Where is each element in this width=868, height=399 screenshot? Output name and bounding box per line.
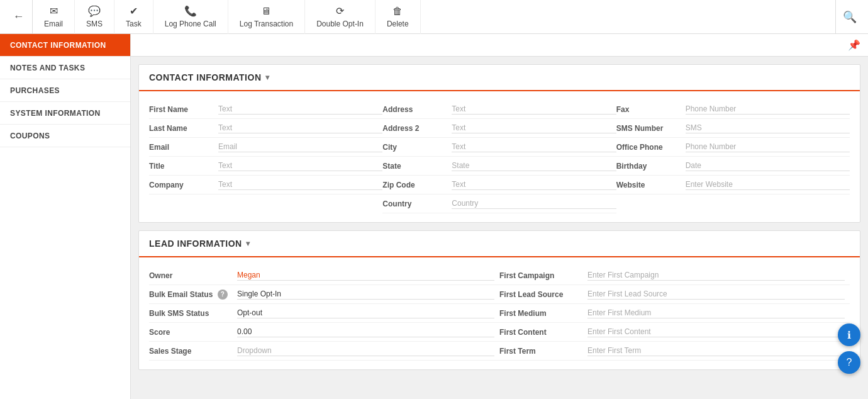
search-icon: 🔍 [843, 10, 857, 24]
field-last-name: Last Name Text [149, 119, 382, 138]
lead-field-sales-stage: Sales Stage Dropdown [149, 342, 499, 361]
field-value-title[interactable]: Text [218, 161, 382, 171]
contact-section-header[interactable]: CONTACT INFORMATION ▾ [139, 65, 860, 91]
field-value-city[interactable]: Text [452, 142, 616, 152]
lead-value-first-medium[interactable]: Enter First Medium [587, 308, 845, 318]
phone-icon: 📞 [184, 5, 197, 17]
back-button[interactable]: ← [5, 0, 33, 34]
pin-bar: 📌 [131, 34, 868, 57]
field-label-email: Email [149, 143, 218, 152]
lead-field-bulk-sms-status: Bulk SMS Status Opt-out [149, 304, 499, 323]
sidebar: CONTACT INFORMATION NOTES AND TASKS PURC… [0, 34, 131, 399]
field-label-title: Title [149, 162, 218, 171]
lead-field-owner: Owner Megan [149, 266, 499, 285]
toolbar-sms-label: SMS [86, 20, 103, 28]
lead-field-bulk-email-status: Bulk Email Status ? Single Opt-In [149, 285, 499, 304]
field-label-address: Address [382, 105, 452, 114]
toolbar-sms[interactable]: 💬 SMS [75, 0, 114, 34]
lead-label-bulk-sms-status: Bulk SMS Status [149, 309, 237, 318]
lead-value-first-campaign[interactable]: Enter First Campaign [587, 271, 845, 281]
field-value-birthday[interactable]: Date [686, 161, 850, 171]
fab-info-button[interactable]: ℹ [838, 323, 860, 346]
fab-container: ℹ ? [838, 323, 860, 374]
field-value-company[interactable]: Text [218, 180, 382, 190]
lead-label-first-lead-source: First Lead Source [499, 290, 587, 299]
field-birthday: Birthday Date [616, 157, 850, 176]
toolbar-log-transaction[interactable]: 🖥 Log Transaction [228, 0, 305, 34]
field-value-email[interactable]: Email [218, 142, 382, 152]
pin-icon[interactable]: 📌 [848, 39, 860, 51]
field-value-address2[interactable]: Text [452, 123, 616, 133]
toolbar-email[interactable]: ✉ Email [33, 0, 75, 34]
contact-section-chevron: ▾ [265, 73, 270, 82]
field-value-first-name[interactable]: Text [218, 104, 382, 115]
toolbar-double-opt-in-label: Double Opt-In [316, 20, 364, 28]
lead-value-sales-stage[interactable]: Dropdown [237, 346, 494, 356]
sidebar-item-purchases[interactable]: PURCHASES [0, 79, 130, 102]
lead-label-score: Score [149, 328, 237, 337]
toolbar-delete[interactable]: 🗑 Delete [376, 0, 421, 34]
task-icon: ✔ [130, 5, 138, 17]
field-label-website: Website [616, 181, 686, 189]
lead-value-first-term[interactable]: Enter First Term [587, 346, 845, 356]
field-label-fax: Fax [616, 105, 686, 114]
field-label-city: City [382, 143, 452, 152]
field-value-address[interactable]: Text [452, 104, 616, 115]
bulk-email-help-icon[interactable]: ? [218, 289, 228, 300]
lead-section-chevron: ▾ [246, 239, 250, 248]
field-value-office-phone[interactable]: Phone Number [686, 142, 850, 152]
lead-value-first-content[interactable]: Enter First Content [587, 327, 845, 337]
field-value-last-name[interactable]: Text [218, 123, 382, 133]
field-company: Company Text [149, 176, 382, 194]
lead-col-left: Owner Megan Bulk Email Status ? Single O… [149, 266, 499, 361]
lead-value-first-lead-source[interactable]: Enter First Lead Source [587, 289, 845, 300]
lead-value-owner[interactable]: Megan [237, 271, 494, 281]
field-value-website[interactable]: Enter Website [686, 180, 850, 190]
field-value-country[interactable]: Country [452, 199, 616, 209]
lead-value-bulk-email-status[interactable]: Single Opt-In [237, 289, 494, 300]
sidebar-item-contact-information[interactable]: CONTACT INFORMATION [0, 34, 130, 57]
field-label-first-name: First Name [149, 105, 218, 114]
field-email: Email Email [149, 138, 382, 157]
field-label-address2: Address 2 [382, 124, 452, 133]
field-label-zip-code: Zip Code [382, 181, 452, 189]
field-first-name: First Name Text [149, 100, 382, 119]
lead-field-first-term: First Term Enter First Term [499, 342, 850, 361]
sidebar-item-system-information[interactable]: SYSTEM INFORMATION [0, 102, 130, 125]
lead-value-score[interactable]: 0.00 [237, 327, 494, 337]
lead-section-header[interactable]: LEAD INFORMATION ▾ [139, 231, 860, 257]
field-sms-number: SMS Number SMS [616, 119, 850, 138]
toolbar-delete-label: Delete [387, 20, 409, 28]
lead-information-card: LEAD INFORMATION ▾ Owner Megan Bulk Emai… [138, 230, 860, 370]
fab-help-button[interactable]: ? [838, 351, 860, 374]
field-zip-code: Zip Code Text [382, 176, 616, 194]
field-value-fax[interactable]: Phone Number [686, 104, 850, 115]
lead-label-first-term: First Term [499, 347, 587, 356]
sidebar-item-coupons[interactable]: COUPONS [0, 125, 130, 147]
field-title: Title Text [149, 157, 382, 176]
field-value-zip-code[interactable]: Text [452, 180, 616, 190]
field-website: Website Enter Website [616, 176, 850, 194]
toolbar-log-phone-call[interactable]: 📞 Log Phone Call [153, 0, 228, 34]
field-country: Country Country [382, 194, 616, 213]
lead-value-bulk-sms-status[interactable]: Opt-out [237, 308, 494, 318]
toolbar-task[interactable]: ✔ Task [114, 0, 153, 34]
field-label-office-phone: Office Phone [616, 143, 686, 152]
field-value-state[interactable]: State [452, 161, 616, 171]
field-value-sms-number[interactable]: SMS [686, 123, 850, 133]
field-state: State State [382, 157, 616, 176]
help-icon: ? [847, 357, 852, 368]
lead-field-first-lead-source: First Lead Source Enter First Lead Sourc… [499, 285, 850, 304]
sidebar-item-notes-and-tasks[interactable]: NOTES AND TASKS [0, 57, 130, 79]
toolbar-double-opt-in[interactable]: ⟳ Double Opt-In [305, 0, 376, 34]
field-label-birthday: Birthday [616, 162, 686, 171]
lead-field-first-campaign: First Campaign Enter First Campaign [499, 266, 850, 285]
field-label-country: Country [382, 200, 452, 208]
lead-label-bulk-email-status: Bulk Email Status ? [149, 289, 237, 300]
lead-label-first-content: First Content [499, 328, 587, 337]
lead-label-sales-stage: Sales Stage [149, 347, 237, 356]
toolbar-task-label: Task [126, 20, 142, 28]
field-address: Address Text [382, 100, 616, 119]
search-button[interactable]: 🔍 [835, 0, 863, 34]
contact-section-body: First Name Text Last Name Text Email Ema… [139, 91, 860, 222]
